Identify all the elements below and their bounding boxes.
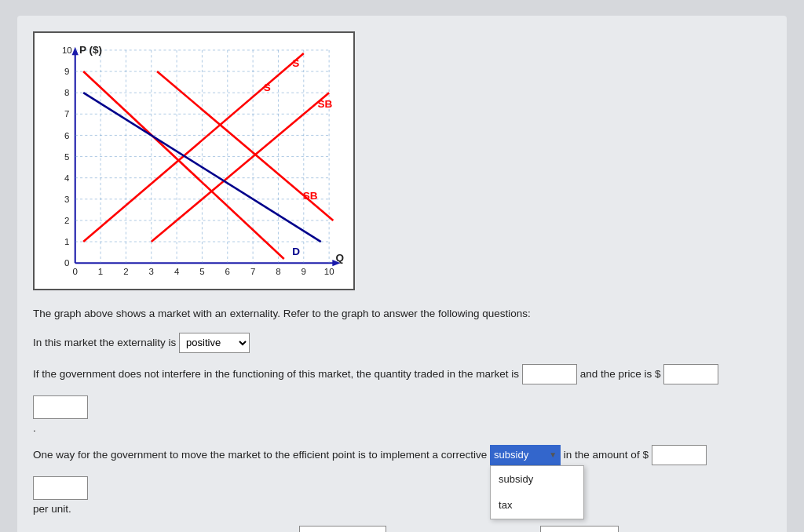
svg-line-48 <box>83 71 284 259</box>
price-select-arrow: ▼ <box>607 529 615 532</box>
question-2: If the government does not interfere in … <box>33 364 771 384</box>
corrective-select-container: subsidy ▼ subsidy tax <box>490 445 561 465</box>
q3-in-amount: in the amount of $ <box>564 448 649 460</box>
quantity-change-select[interactable]: increase decrease stay the same <box>299 526 386 532</box>
intro-text: The graph above shows a market with an e… <box>33 306 771 322</box>
q4-and-text: and the price of the good would <box>389 529 537 532</box>
svg-text:S: S <box>292 57 299 69</box>
corrective-select-value: subsidy <box>494 446 528 464</box>
svg-text:Q: Q <box>335 252 344 264</box>
svg-text:8: 8 <box>64 88 69 97</box>
price-input[interactable] <box>663 364 718 384</box>
price-change-value <box>544 527 547 532</box>
main-container: 0 1 2 3 4 5 6 7 8 9 10 0 1 2 3 4 5 6 7 <box>17 16 787 532</box>
svg-text:D: D <box>292 246 300 257</box>
top-section: 0 1 2 3 4 5 6 7 8 9 10 0 1 2 3 4 5 6 7 <box>33 31 771 290</box>
svg-text:1: 1 <box>98 267 103 276</box>
question-1: In this market the externality is positi… <box>33 333 771 353</box>
q4-end-period: . <box>622 529 625 532</box>
svg-text:9: 9 <box>64 67 69 76</box>
corrective-dropdown: subsidy tax <box>490 465 584 519</box>
svg-text:5: 5 <box>64 152 69 162</box>
svg-text:2: 2 <box>64 216 69 225</box>
svg-text:6: 6 <box>225 267 230 276</box>
period-row: . <box>33 395 771 434</box>
question-4: As a result of this intervention, the qu… <box>33 526 771 532</box>
corrective-select[interactable]: subsidy ▼ <box>490 445 561 465</box>
externality-select[interactable]: positive negative <box>179 333 250 353</box>
price-block-input[interactable] <box>33 395 88 419</box>
q2-and-text: and the price is $ <box>580 367 661 379</box>
svg-text:7: 7 <box>64 109 69 118</box>
svg-text:SB: SB <box>318 98 333 110</box>
per-unit-row: per unit. <box>33 476 771 515</box>
quantity-input[interactable] <box>522 364 577 384</box>
svg-line-52 <box>83 53 304 242</box>
q4-label: As a result of this intervention, the qu… <box>33 529 296 532</box>
q2-label: If the government does not interfere in … <box>33 367 519 379</box>
svg-text:9: 9 <box>302 267 306 276</box>
economics-graph: 0 1 2 3 4 5 6 7 8 9 10 0 1 2 3 4 5 6 7 <box>42 41 345 281</box>
price-change-container: ▼ decrease stay the same increase <box>540 526 619 532</box>
svg-text:4: 4 <box>64 173 70 183</box>
question-3: One way for the government to move the m… <box>33 445 771 465</box>
svg-text:SB: SB <box>303 190 318 202</box>
questions-section: The graph above shows a market with an e… <box>33 306 771 532</box>
svg-text:P ($): P ($) <box>79 44 102 56</box>
period: . <box>33 422 36 434</box>
corrective-option-tax[interactable]: tax <box>491 492 583 518</box>
corrective-option-subsidy[interactable]: subsidy <box>491 466 583 492</box>
q1-label: In this market the externality is <box>33 336 176 348</box>
svg-marker-2 <box>72 47 79 55</box>
svg-text:1: 1 <box>64 237 69 246</box>
empty-right <box>371 31 771 290</box>
svg-text:5: 5 <box>199 267 204 276</box>
per-unit-input[interactable] <box>33 476 88 500</box>
svg-text:0: 0 <box>64 258 69 268</box>
svg-text:10: 10 <box>62 46 72 55</box>
svg-text:4: 4 <box>174 267 180 276</box>
per-unit-text: per unit. <box>33 503 71 515</box>
price-change-select[interactable]: ▼ <box>540 526 619 532</box>
svg-text:0: 0 <box>73 267 78 276</box>
svg-text:3: 3 <box>149 267 154 276</box>
corrective-select-arrow: ▼ <box>549 448 557 462</box>
svg-text:10: 10 <box>324 267 334 276</box>
amount-input[interactable] <box>652 445 707 465</box>
svg-text:7: 7 <box>250 267 255 276</box>
svg-text:8: 8 <box>276 267 280 276</box>
svg-text:6: 6 <box>64 131 69 140</box>
q3-label: One way for the government to move the m… <box>33 448 487 460</box>
svg-text:2: 2 <box>123 267 128 276</box>
graph-container: 0 1 2 3 4 5 6 7 8 9 10 0 1 2 3 4 5 6 7 <box>33 31 355 290</box>
svg-text:3: 3 <box>64 195 69 204</box>
